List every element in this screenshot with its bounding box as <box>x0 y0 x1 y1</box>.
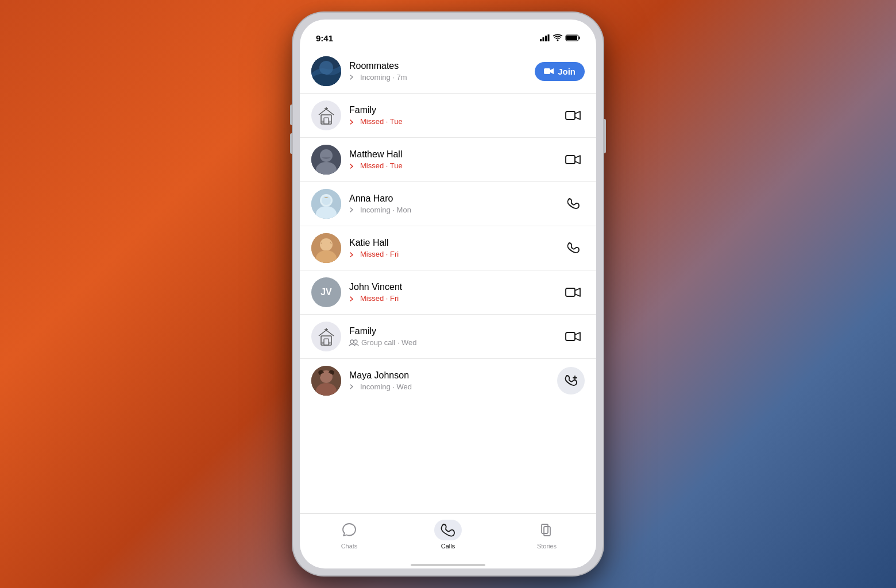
svg-rect-45 <box>542 524 548 533</box>
call-name-roommates: Roommates <box>349 61 527 71</box>
status-icons <box>540 34 580 41</box>
nav-label-calls: Calls <box>441 543 455 550</box>
incoming-arrow-anna <box>349 207 357 213</box>
family-avatar-icon-2 <box>316 327 336 346</box>
avatar-john: JV <box>311 277 341 307</box>
svg-rect-17 <box>566 111 575 119</box>
volume-down-button <box>290 133 293 154</box>
wifi-icon <box>553 34 562 41</box>
call-item-maya[interactable]: Maya Johnson Incoming · Wed <box>300 358 596 403</box>
svg-point-15 <box>322 121 324 123</box>
video-call-icon-matthew <box>566 154 581 165</box>
call-detail-john: Missed · Fri <box>349 294 554 303</box>
svg-point-19 <box>320 149 333 162</box>
avatar-initials-john: JV <box>320 287 332 297</box>
call-action-family-1[interactable] <box>562 104 585 127</box>
svg-rect-30 <box>566 288 575 296</box>
call-detail-text-matthew: Missed · Tue <box>360 161 403 170</box>
call-item-john[interactable]: JV John Vincent Missed · Fri <box>300 270 596 314</box>
home-indicator <box>300 564 596 568</box>
call-action-anna[interactable] <box>562 192 585 215</box>
call-action-matthew[interactable] <box>562 148 585 171</box>
svg-rect-1 <box>543 37 544 41</box>
avatar-anna <box>311 189 341 219</box>
call-info-maya: Maya Johnson Incoming · Wed <box>349 370 549 391</box>
svg-rect-39 <box>566 332 575 341</box>
add-call-button[interactable] <box>557 367 585 394</box>
nav-item-calls[interactable]: Calls <box>399 520 497 550</box>
nav-item-chats[interactable]: Chats <box>300 520 399 550</box>
join-button[interactable]: Join <box>535 62 585 81</box>
call-detail-katie: Missed · Fri <box>349 250 554 258</box>
svg-rect-10 <box>544 68 550 74</box>
call-name-family-1: Family <box>349 105 554 115</box>
call-detail-text-family-2: Group call · Wed <box>361 338 417 347</box>
missed-arrow-john <box>349 296 357 301</box>
call-list-container: Roommates Incoming · 7m <box>300 49 596 513</box>
incoming-arrow-maya <box>349 384 357 390</box>
svg-rect-34 <box>324 339 329 345</box>
roommates-avatar-image <box>311 56 341 86</box>
incoming-arrow-roommates <box>349 75 357 80</box>
call-info-john: John Vincent Missed · Fri <box>349 282 554 303</box>
call-detail-roommates: Incoming · 7m <box>349 73 527 82</box>
matthew-avatar-image <box>311 145 341 175</box>
video-call-icon-family-1 <box>566 110 581 121</box>
video-call-icon-family-2 <box>566 331 581 342</box>
call-action-katie[interactable] <box>562 237 585 260</box>
home-bar <box>411 564 485 566</box>
call-detail-text-maya: Incoming · Wed <box>360 382 412 391</box>
svg-point-16 <box>329 121 331 123</box>
call-item-katie[interactable]: Katie Hall Missed · Fri <box>300 226 596 270</box>
add-call-icon <box>565 374 577 387</box>
calls-icon-wrap <box>434 520 462 540</box>
avatar-family-2 <box>311 322 341 351</box>
phone-frame: 9:41 <box>293 13 603 575</box>
call-info-matthew: Matthew Hall Missed · Tue <box>349 149 554 170</box>
volume-up-button <box>290 105 293 125</box>
svg-rect-21 <box>566 156 575 164</box>
call-name-anna: Anna Haro <box>349 194 554 204</box>
nav-label-chats: Chats <box>341 543 358 550</box>
call-item-family-1[interactable]: Family Missed · Tue <box>300 93 596 137</box>
nav-item-stories[interactable]: Stories <box>497 520 596 550</box>
svg-point-4 <box>557 40 559 41</box>
calls-icon <box>441 523 455 537</box>
svg-point-37 <box>350 340 354 343</box>
avatar-katie <box>311 233 341 263</box>
call-detail-maya: Incoming · Wed <box>349 382 549 391</box>
avatar-family-1 <box>311 100 341 130</box>
call-name-family-2: Family <box>349 326 554 336</box>
family-avatar-icon-1 <box>316 106 336 125</box>
svg-point-38 <box>354 340 357 343</box>
call-detail-family-2: Group call · Wed <box>349 338 554 347</box>
svg-point-29 <box>322 240 331 249</box>
call-detail-anna: Incoming · Mon <box>349 206 554 214</box>
status-bar: 9:41 <box>300 20 596 49</box>
stories-icon-wrap <box>533 520 561 540</box>
svg-rect-6 <box>566 36 577 40</box>
anna-avatar-image <box>311 189 341 219</box>
nav-label-stories: Stories <box>537 543 557 550</box>
svg-point-9 <box>319 61 333 75</box>
call-item-matthew[interactable]: Matthew Hall Missed · Tue <box>300 137 596 181</box>
avatar-roommates <box>311 56 341 86</box>
missed-arrow-katie <box>349 252 357 257</box>
call-action-family-2[interactable] <box>562 325 585 348</box>
call-item-roommates[interactable]: Roommates Incoming · 7m <box>300 49 596 93</box>
avatar-matthew <box>311 145 341 175</box>
missed-arrow-matthew <box>349 163 357 169</box>
katie-avatar-image <box>311 233 341 263</box>
call-action-john[interactable] <box>562 281 585 304</box>
call-name-john: John Vincent <box>349 282 554 292</box>
svg-point-36 <box>329 342 331 344</box>
video-call-icon-john <box>566 287 581 298</box>
svg-rect-2 <box>545 36 547 41</box>
svg-rect-0 <box>540 39 542 41</box>
call-detail-text-family-1: Missed · Tue <box>360 117 403 126</box>
call-detail-text-katie: Missed · Fri <box>360 250 399 258</box>
call-item-family-2[interactable]: Family Group call · Wed <box>300 314 596 358</box>
call-item-anna[interactable]: Anna Haro Incoming · Mon <box>300 181 596 226</box>
call-detail-text-anna: Incoming · Mon <box>360 206 411 214</box>
svg-point-35 <box>322 342 324 344</box>
